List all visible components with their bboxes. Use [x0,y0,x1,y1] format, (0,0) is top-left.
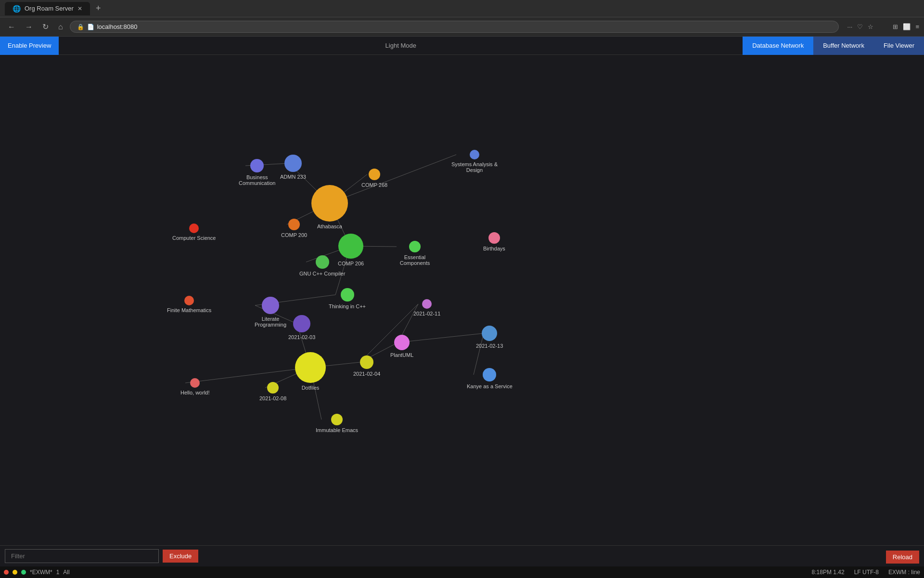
menu-dots-icon[interactable]: ··· [847,23,853,30]
tab-buffer-network[interactable]: Buffer Network [813,37,874,55]
filter-bar: Exclude [0,545,924,566]
graph-node-2021-02-11[interactable]: 2021-02-11 [413,299,440,316]
graph-area: Business CommunicationADMN 233COMP 268Sy… [0,55,924,435]
graph-node-kanye[interactable]: Kanye as a Service [467,368,513,389]
node-circle-thinking-cpp [341,288,354,302]
tab-favicon: 🌐 [13,5,21,13]
bookmark-icon[interactable]: ♡ [857,23,863,30]
app-bar: Enable Preview Light Mode Database Netwo… [0,37,924,55]
graph-node-dotfiles[interactable]: Dotfiles [295,352,326,391]
node-circle-2021-02-11 [422,299,432,309]
node-label-kanye: Kanye as a Service [467,383,513,389]
status-bar: *EXWM* 1 All 8:18PM 1.42 LF UTF-8 EXWM :… [0,566,924,578]
graph-node-admn-233[interactable]: ADMN 233 [280,155,306,180]
graph-node-business-comm[interactable]: Business Communication [239,159,275,186]
back-button[interactable]: ← [5,21,18,33]
node-circle-literate-prog [262,297,279,314]
node-label-admn-233: ADMN 233 [280,174,306,180]
enable-preview-button[interactable]: Enable Preview [0,37,59,55]
node-label-plantuml: PlantUML [390,352,413,358]
graph-node-immutable-emacs[interactable]: Immutable Emacs [316,414,358,433]
graph-node-athabasca[interactable]: Athabasca [311,185,348,229]
node-circle-finite-math [184,296,194,305]
graph-node-comp-268[interactable]: COMP 268 [361,169,387,188]
node-label-comp-200: COMP 200 [281,232,307,238]
graph-svg [0,55,924,435]
node-label-birthdays: Birthdays [483,246,505,251]
tab-file-viewer[interactable]: File Viewer [874,37,924,55]
graph-node-essential-components[interactable]: Essential Components [391,241,439,266]
node-label-2021-02-04: 2021-02-04 [353,371,380,377]
graph-node-literate-prog[interactable]: Literate Programming [246,297,295,328]
graph-node-2021-02-03[interactable]: 2021-02-03 [288,315,315,340]
node-label-computer-science: Computer Science [172,235,216,241]
node-circle-2021-02-04 [360,355,373,369]
star-icon[interactable]: ☆ [868,23,873,30]
node-label-athabasca: Athabasca [317,223,342,229]
browser-tab[interactable]: 🌐 Org Roam Server ✕ [5,2,90,15]
node-circle-2021-02-13 [482,326,497,341]
sidebar-icon[interactable]: ⊞ [893,23,898,30]
browser-titlebar: 🌐 Org Roam Server ✕ + [0,0,924,17]
node-label-hello-world: Hello, world! [180,390,210,395]
address-bar[interactable]: 🔒 📄 localhost:8080 [70,21,839,33]
workspace-num: 1 [56,569,60,576]
status-dot-yellow [13,570,17,575]
tab-title: Org Roam Server [25,5,74,12]
node-circle-2021-02-08 [267,382,279,394]
app-bar-right: Database Network Buffer Network File Vie… [743,37,924,55]
graph-node-thinking-cpp[interactable]: Thinking in C++ [329,288,366,309]
svg-line-3 [330,155,456,203]
graph-node-2021-02-13[interactable]: 2021-02-13 [476,326,503,349]
node-label-2021-02-13: 2021-02-13 [476,343,503,349]
graph-node-gnu-cpp[interactable]: GNU C++ Compiler [299,255,345,276]
tab-close-button[interactable]: ✕ [77,5,82,12]
hamburger-icon[interactable]: ≡ [915,23,919,30]
graph-node-2021-02-04[interactable]: 2021-02-04 [353,355,380,377]
graph-node-hello-world[interactable]: Hello, world! [180,378,210,395]
node-circle-computer-science [189,223,199,233]
graph-node-2021-02-08[interactable]: 2021-02-08 [259,382,286,401]
node-label-thinking-cpp: Thinking in C++ [329,303,366,309]
page-icon: 📄 [87,24,94,30]
reload-button[interactable]: Reload [886,551,919,564]
node-label-2021-02-08: 2021-02-08 [259,395,286,401]
graph-node-plantuml[interactable]: PlantUML [390,335,413,358]
tab-database-network[interactable]: Database Network [743,37,813,55]
url-text: localhost:8080 [97,23,138,30]
status-dot-green [21,570,26,575]
reload-page-button[interactable]: ↻ [39,20,51,33]
node-label-2021-02-03: 2021-02-03 [288,334,315,340]
status-right: 8:18PM 1.42 LF UTF-8 EXWM : line [812,569,920,576]
home-button[interactable]: ⌂ [55,21,66,33]
security-icon: 🔒 [77,24,84,30]
graph-node-birthdays[interactable]: Birthdays [483,232,505,251]
graph-node-comp-200[interactable]: COMP 200 [281,219,307,238]
node-circle-business-comm [250,159,264,172]
node-circle-birthdays [488,232,500,244]
browser-nav-right: ··· ♡ ☆ ⊞ ⬜ ≡ [847,23,919,30]
exclude-button[interactable]: Exclude [163,550,198,563]
window-icon[interactable]: ⬜ [903,23,911,30]
graph-node-systems-analysis[interactable]: Systems Analysis & Design [451,150,498,173]
workspace-all: All [63,569,69,576]
graph-node-computer-science[interactable]: Computer Science [172,223,216,241]
node-circle-admn-233 [284,155,302,172]
node-label-business-comm: Business Communication [239,174,275,186]
filter-input[interactable] [5,549,159,563]
app-bar-center: Light Mode [385,42,416,49]
node-circle-systems-analysis [470,150,479,159]
workspace-label: *EXWM* [30,569,52,576]
node-circle-comp-268 [369,169,380,180]
node-label-essential-components: Essential Components [391,254,439,266]
new-tab-button[interactable]: + [96,3,101,13]
app-bar-left: Enable Preview [0,37,59,55]
node-label-finite-math: Finite Mathematics [167,307,211,313]
node-circle-plantuml [394,335,410,350]
graph-node-finite-math[interactable]: Finite Mathematics [167,296,211,313]
node-circle-comp-200 [288,219,300,230]
node-label-gnu-cpp: GNU C++ Compiler [299,271,345,276]
light-mode-label[interactable]: Light Mode [385,42,416,49]
browser-navbar: ← → ↻ ⌂ 🔒 📄 localhost:8080 ··· ♡ ☆ ⊞ ⬜ ≡ [0,17,924,37]
forward-button[interactable]: → [22,21,36,33]
